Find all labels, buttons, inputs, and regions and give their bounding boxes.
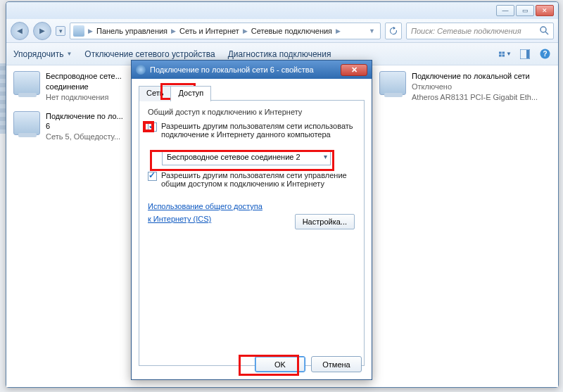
connection-status: Нет подключения — [46, 92, 122, 103]
dialog-close-button[interactable]: ✕ — [341, 64, 367, 76]
breadcrumb-item[interactable]: Сетевые подключения — [251, 27, 332, 35]
disable-label: Отключение сетевого устройства — [84, 49, 215, 59]
breadcrumb-item[interactable]: Панель управления — [96, 27, 167, 35]
maximize-button[interactable]: ▭ — [516, 5, 534, 16]
checkbox[interactable] — [148, 122, 157, 132]
search-placeholder: Поиск: Сетевые подключения — [411, 27, 521, 35]
chevron-right-icon: ▶ — [86, 27, 95, 34]
tab-label: Сеть — [146, 89, 163, 97]
network-adapter-icon — [13, 111, 40, 135]
svg-point-0 — [540, 27, 546, 32]
tab-network[interactable]: Сеть — [139, 86, 171, 101]
chevron-down-icon: ▼ — [506, 51, 512, 57]
connection-name: Подключение по локальной сети — [412, 71, 538, 82]
home-network-dropdown[interactable]: Беспроводное сетевое соединение 2 — [162, 150, 331, 165]
svg-rect-7 — [526, 50, 529, 58]
settings-button[interactable]: Настройка... — [295, 214, 355, 229]
computer-icon — [73, 25, 84, 37]
organize-label: Упорядочить — [13, 49, 63, 59]
connection-name-line2: соединение — [46, 82, 122, 92]
history-dropdown[interactable]: ▾ — [56, 26, 65, 36]
close-button[interactable]: ✕ — [536, 5, 554, 16]
group-label: Общий доступ к подключению к Интернету — [148, 108, 355, 116]
connection-name: Подключение по ло... — [46, 111, 123, 122]
svg-rect-5 — [502, 54, 505, 56]
button-label: OK — [274, 360, 286, 369]
navigation-bar: ◄ ► ▾ ▶ Панель управления ▶ Сеть и Интер… — [6, 19, 558, 43]
network-adapter-icon — [379, 71, 406, 95]
dialog-title: Подключение по локальной сети 6 - свойст… — [150, 65, 314, 74]
diagnose-label: Диагностика подключения — [228, 49, 331, 59]
desktop-edge — [0, 63, 6, 134]
cancel-button[interactable]: Отмена — [311, 356, 362, 372]
tab-panel: Общий доступ к подключению к Интернету Р… — [139, 100, 365, 366]
refresh-button[interactable] — [385, 23, 402, 39]
checkbox-label: Разрешить другим пользователям сети упра… — [161, 171, 355, 188]
checkbox[interactable] — [148, 172, 157, 181]
button-label: Настройка... — [303, 217, 347, 226]
breadcrumb[interactable]: ▶ Панель управления ▶ Сеть и Интернет ▶ … — [70, 23, 381, 39]
chevron-right-icon: ▶ — [241, 27, 250, 34]
diagnose-button[interactable]: Диагностика подключения — [228, 49, 331, 59]
connection-device: Atheros AR8131 PCI-E Gigabit Eth... — [412, 92, 538, 103]
svg-line-1 — [545, 32, 548, 34]
allow-sharing-checkbox-row[interactable]: Разрешить другим пользователям сети испо… — [148, 122, 355, 139]
ok-button[interactable]: OK — [255, 356, 305, 372]
search-icon — [540, 26, 549, 35]
button-label: Отмена — [322, 360, 350, 369]
connection-item[interactable]: Подключение по локальной сети Отключено … — [379, 71, 541, 103]
svg-rect-2 — [499, 51, 502, 53]
back-button[interactable]: ◄ — [11, 22, 29, 40]
connection-name: Беспроводное сете... — [46, 71, 122, 82]
window-controls: — ▭ ✕ — [496, 5, 554, 16]
organize-menu[interactable]: Упорядочить ▼ — [13, 49, 72, 59]
chevron-down-icon: ▼ — [66, 51, 72, 57]
svg-rect-3 — [502, 51, 505, 53]
connection-item[interactable]: Беспроводное сете... соединение Нет подк… — [13, 71, 140, 103]
connection-name-line2: 6 — [46, 121, 123, 132]
connection-status: Отключено — [412, 82, 538, 92]
dropdown-value: Беспроводное сетевое соединение 2 — [167, 153, 301, 161]
tab-label: Доступ — [178, 89, 203, 97]
chevron-down-icon[interactable]: ▼ — [367, 27, 377, 34]
chevron-right-icon: ▶ — [334, 27, 343, 34]
dialog-button-row: OK Отмена — [255, 356, 362, 372]
tab-sharing[interactable]: Доступ — [170, 86, 211, 101]
dialog-titlebar[interactable]: Подключение по локальной сети 6 - свойст… — [132, 61, 372, 79]
svg-text:?: ? — [543, 50, 547, 58]
help-button[interactable]: ? — [538, 48, 551, 61]
preview-pane-button[interactable] — [519, 48, 531, 61]
connection-item[interactable]: Подключение по ло... 6 Сеть 5, Общедосту… — [13, 111, 140, 143]
svg-rect-4 — [499, 54, 502, 56]
allow-control-checkbox-row[interactable]: Разрешить другим пользователям сети упра… — [148, 171, 355, 188]
network-icon — [136, 65, 146, 75]
tab-strip: Сеть Доступ — [139, 86, 365, 101]
window-titlebar[interactable]: — ▭ ✕ — [6, 2, 558, 19]
ics-help-link[interactable]: Использование общего доступа к Интернету… — [148, 202, 262, 223]
refresh-icon — [389, 27, 398, 35]
checkbox-label: Разрешить другим пользователям сети испо… — [161, 122, 355, 139]
forward-button[interactable]: ► — [33, 22, 51, 40]
chevron-right-icon: ▶ — [169, 27, 178, 34]
view-options-button[interactable]: ▼ — [499, 48, 512, 61]
properties-dialog: Подключение по локальной сети 6 - свойст… — [131, 60, 372, 380]
network-adapter-icon — [13, 71, 40, 95]
search-input[interactable]: Поиск: Сетевые подключения — [406, 23, 554, 39]
disable-device-button[interactable]: Отключение сетевого устройства — [84, 49, 215, 59]
minimize-button[interactable]: — — [496, 5, 514, 16]
connection-status: Сеть 5, Общедосту... — [46, 132, 123, 142]
breadcrumb-item[interactable]: Сеть и Интернет — [179, 27, 239, 35]
